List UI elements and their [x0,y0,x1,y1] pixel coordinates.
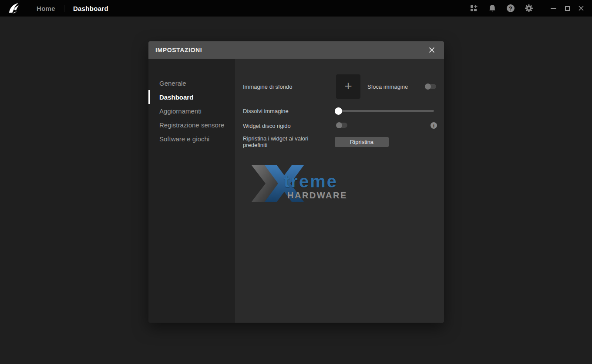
minimize-button[interactable] [548,3,558,13]
close-window-button[interactable] [576,3,586,13]
watermark-treme-text: treme [284,172,338,191]
slider-track [335,110,434,112]
maximize-button[interactable] [562,3,572,13]
toggle-knob [336,122,342,128]
reset-widgets-label: Ripristina i widget ai valori predefinit… [243,136,319,149]
slider-thumb[interactable] [335,107,342,115]
blur-image-toggle[interactable] [426,84,436,89]
settings-dialog: IMPOSTAZIONI Generale Dashboard Aggiorna… [148,41,444,323]
bell-icon [488,4,497,13]
watermark-hardware-text: HARDWARE [287,190,347,200]
nav-tab-dashboard[interactable]: Dashboard [64,0,117,17]
sidebar-item-dashboard[interactable]: Dashboard [148,90,235,104]
sidebar-item-generale[interactable]: Generale [148,76,235,90]
toggle-knob [425,83,431,90]
corsair-sails-icon [8,3,20,14]
blur-image-label: Sfoca immagine [367,83,408,90]
notifications-button[interactable] [488,3,497,13]
info-icon[interactable]: i [431,122,437,129]
topbar: Home Dashboard ? [0,0,592,17]
settings-dialog-body: Generale Dashboard Aggiornamenti Registr… [148,59,444,323]
main-nav: Home Dashboard [28,0,117,17]
fade-image-slider[interactable] [335,107,434,115]
fade-image-label: Dissolvi immagine [243,108,289,114]
close-icon [578,5,584,11]
minimize-icon [551,8,556,9]
gear-icon [525,4,533,13]
settings-sidebar: Generale Dashboard Aggiornamenti Registr… [148,59,235,323]
settings-button[interactable] [524,3,534,13]
sidebar-item-aggiornamenti[interactable]: Aggiornamenti [148,104,235,118]
background-image-label: Immagine di sfondo [243,83,292,90]
help-button[interactable]: ? [506,3,515,13]
reset-widgets-button[interactable]: Ripristina [335,137,389,147]
sidebar-item-software-e-giochi[interactable]: Software e giochi [148,132,235,146]
dialog-close-button[interactable] [427,45,437,55]
topbar-actions: ? [469,3,592,13]
plus-icon: + [344,80,352,93]
maximize-icon [565,6,570,11]
hdd-widget-label: Widget disco rigido [243,123,291,129]
settings-dialog-titlebar: IMPOSTAZIONI [148,41,444,59]
add-widget-icon [470,4,478,13]
window-controls [548,3,586,13]
settings-content: Immagine di sfondo + Sfoca immagine Diss… [235,59,444,323]
add-background-image-button[interactable]: + [336,74,360,99]
hdd-widget-toggle[interactable] [337,123,347,128]
help-icon: ? [507,4,515,12]
corsair-logo[interactable] [0,3,28,14]
sidebar-item-registrazione-sensore[interactable]: Registrazione sensore [148,118,235,132]
add-widget-button[interactable] [469,3,479,13]
nav-tab-home[interactable]: Home [28,0,64,17]
xtreme-hardware-watermark: treme HARDWARE [252,164,345,203]
close-icon [428,47,435,53]
settings-dialog-title: IMPOSTAZIONI [155,47,202,53]
